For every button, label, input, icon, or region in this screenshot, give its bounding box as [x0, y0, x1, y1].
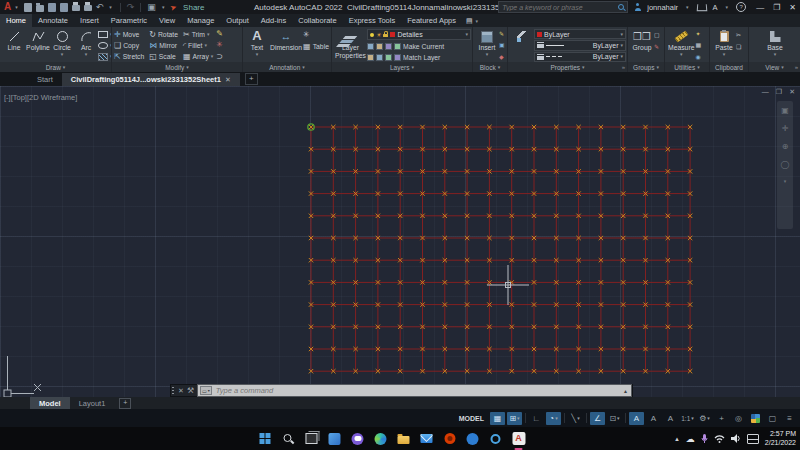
- file-tab-document[interactable]: CivilDrafting05114J...owski2331352Sheet1…: [62, 73, 240, 86]
- erase-button[interactable]: ✎: [216, 29, 223, 39]
- move-button[interactable]: ✛Move: [114, 29, 144, 40]
- circle-button[interactable]: Circle ▾: [50, 28, 74, 62]
- linetype-dropdown[interactable]: ByLayer ▾: [534, 52, 626, 62]
- restore-button[interactable]: ❐: [773, 3, 780, 12]
- status-annotation-scale[interactable]: 1:1▾: [680, 412, 695, 425]
- status-customization-menu[interactable]: ≡: [782, 412, 797, 425]
- layer-state-icon[interactable]: [367, 43, 374, 50]
- taskbar-start-icon[interactable]: [258, 432, 272, 446]
- ribbon-tab-annotate[interactable]: Annotate: [32, 14, 74, 27]
- trim-button[interactable]: ✂Trim▾: [183, 29, 213, 40]
- paste-button[interactable]: Paste ▾: [712, 28, 736, 62]
- status-graphics-performance[interactable]: [748, 412, 763, 425]
- panel-expander-icon[interactable]: »: [622, 64, 625, 70]
- offset-button[interactable]: ⊃: [216, 52, 223, 62]
- file-tab-start[interactable]: Start: [28, 73, 62, 86]
- copy-button[interactable]: ❏Copy: [114, 40, 144, 51]
- quick-select-button[interactable]: ✦: [695, 29, 701, 39]
- zoom-icon[interactable]: ⊕: [782, 142, 789, 151]
- clipboard-panel-title[interactable]: Clipboard: [710, 62, 748, 72]
- rotate-button[interactable]: ↻Rotate: [149, 29, 178, 40]
- new-drawing-tab-button[interactable]: +: [245, 73, 258, 85]
- cut-button[interactable]: ✂: [736, 29, 741, 40]
- taskbar-task-view-icon[interactable]: [304, 432, 318, 446]
- search-box[interactable]: [498, 1, 628, 13]
- block-panel-title[interactable]: Block▾: [473, 62, 507, 72]
- speaker-icon[interactable]: [731, 434, 741, 443]
- ribbon-tab-add-ins[interactable]: Add-ins: [255, 14, 292, 27]
- text-button[interactable]: A Text ▾: [245, 28, 269, 62]
- microphone-icon[interactable]: [701, 434, 708, 444]
- workspace-caret-icon[interactable]: ▾: [162, 4, 165, 10]
- leader-button[interactable]: ✳: [303, 29, 329, 40]
- arc-button[interactable]: Arc ▾: [74, 28, 98, 62]
- object-color-dropdown[interactable]: ByLayer ▾: [534, 29, 626, 39]
- properties-panel-title[interactable]: Properties▾»: [508, 62, 627, 72]
- command-bar-customize-icon[interactable]: ⚒: [186, 386, 197, 395]
- ribbon-tab-view[interactable]: View: [153, 14, 181, 27]
- base-button[interactable]: Base ▾: [763, 28, 787, 62]
- id-point-button[interactable]: ◉: [695, 52, 701, 62]
- close-button[interactable]: ✕: [789, 3, 796, 12]
- table-button[interactable]: ▦Table: [303, 41, 329, 52]
- taskbar-clock[interactable]: 2:57 PM 2/21/2022: [765, 430, 796, 448]
- new-layout-button[interactable]: +: [119, 398, 131, 409]
- quick-calc-button[interactable]: ▦: [695, 40, 701, 50]
- plot-icon[interactable]: [72, 5, 80, 11]
- draw-panel-title[interactable]: Draw▾: [0, 62, 111, 72]
- pan-icon[interactable]: ✛: [782, 124, 789, 133]
- explode-button[interactable]: ✳: [216, 40, 223, 50]
- line-button[interactable]: Line: [2, 28, 26, 62]
- status-clean-screen[interactable]: ▢: [765, 412, 780, 425]
- status-plus-button[interactable]: +: [714, 412, 729, 425]
- command-input[interactable]: [214, 386, 623, 395]
- layer-properties-button[interactable]: Layer Properties: [334, 28, 367, 62]
- group-edit-button[interactable]: ✎: [654, 41, 660, 52]
- intersection-x-markers[interactable]: [309, 125, 693, 374]
- viewcube-icon[interactable]: ▣: [781, 106, 789, 115]
- view-panel-title[interactable]: View▾»: [749, 62, 800, 72]
- status-polar-toggle[interactable]: ◔▾: [546, 412, 561, 425]
- taskbar-office-icon[interactable]: [442, 432, 456, 446]
- ribbon-tab-insert[interactable]: Insert: [74, 14, 105, 27]
- copy-clip-button[interactable]: ❏: [736, 41, 741, 52]
- ribbon-minimize-button[interactable]: ▤▾: [462, 14, 484, 27]
- stretch-button[interactable]: ⇱Stretch: [114, 51, 144, 62]
- layer-state-icon[interactable]: [376, 43, 383, 50]
- search-icon[interactable]: [618, 4, 624, 10]
- file-tab-close-icon[interactable]: ✕: [225, 76, 231, 84]
- polyline-button[interactable]: Polyline: [26, 28, 50, 62]
- layer-on-icon[interactable]: [370, 33, 374, 37]
- status-snap-toggle[interactable]: ⊞▾: [507, 412, 522, 425]
- taskbar-ring-icon[interactable]: [488, 432, 502, 446]
- modify-panel-title[interactable]: Modify▾: [112, 62, 242, 72]
- ribbon-tab-manage[interactable]: Manage: [181, 14, 220, 27]
- match-layer-button[interactable]: Match Layer: [367, 52, 471, 62]
- status-isodraft-toggle[interactable]: ╲▾: [568, 412, 583, 425]
- insert-button[interactable]: Insert ▾: [475, 28, 499, 62]
- ribbon-tab-home[interactable]: Home: [0, 14, 32, 27]
- rectangle-button[interactable]: ▾: [98, 29, 111, 39]
- taskbar-help-icon[interactable]: [465, 432, 479, 446]
- workspace-icon[interactable]: ▣: [147, 1, 156, 13]
- help-icon[interactable]: ?: [736, 2, 746, 12]
- share-icon[interactable]: ➤: [169, 2, 178, 13]
- measure-button[interactable]: Measure ▾: [667, 28, 695, 62]
- utilities-panel-title[interactable]: Utilities▾: [665, 62, 709, 72]
- command-history-up-icon[interactable]: ▲: [623, 388, 631, 394]
- new-file-icon[interactable]: [24, 3, 32, 12]
- app-store-icon[interactable]: [696, 4, 707, 11]
- touch-keyboard-icon[interactable]: [747, 434, 759, 444]
- user-icon[interactable]: [634, 3, 641, 11]
- layer-thaw-icon[interactable]: ☀: [376, 33, 381, 37]
- model-space-label[interactable]: MODEL: [455, 415, 488, 422]
- layers-panel-title[interactable]: Layers▾: [332, 62, 472, 72]
- status-annotation-autoscale-toggle[interactable]: A: [646, 412, 661, 425]
- array-button[interactable]: ▦Array▾: [183, 51, 213, 62]
- drawing-canvas[interactable]: [-][Top][2D Wireframe] — ❐ ✕ ▣ ✛ ⊕ ◯ ▾: [0, 86, 800, 397]
- ribbon-tab-output[interactable]: Output: [220, 14, 255, 27]
- status-workspace-gear[interactable]: ⚙▾: [697, 412, 712, 425]
- create-block-button[interactable]: ▣: [499, 40, 505, 50]
- lineweight-dropdown[interactable]: ByLayer ▾: [534, 40, 626, 50]
- layout1-tab[interactable]: Layout1: [70, 397, 115, 409]
